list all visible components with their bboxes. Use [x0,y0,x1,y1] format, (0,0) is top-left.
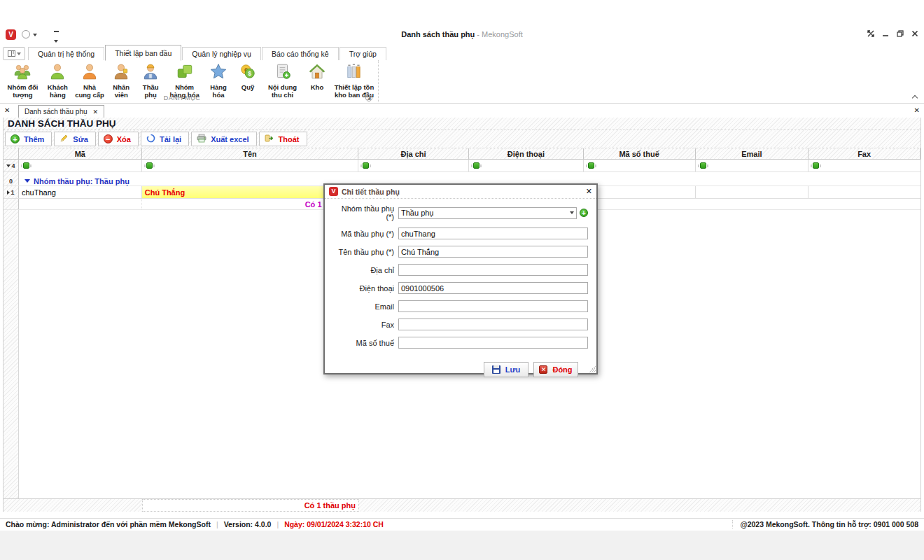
delete-button[interactable]: − Xóa [98,132,139,146]
printer-icon [197,134,206,144]
cell-email[interactable] [696,186,809,198]
group-dialog-launcher-icon[interactable]: ◢ [365,94,372,102]
save-icon [492,365,500,374]
ribbon-group-danh-muc: Nhóm đối tượng Khách hàng Nhà cung cấp [0,60,379,102]
close-tab-icon[interactable]: ✕ [93,108,99,115]
fax-input[interactable] [398,318,588,330]
collapse-group-icon[interactable] [24,179,30,183]
name-input[interactable] [398,246,588,258]
column-header-ma[interactable]: Mã [19,148,142,159]
cell-ma[interactable]: chuThang [19,186,142,198]
column-header-ma-so-thue[interactable]: Mã số thuế [584,148,696,159]
tab-label: Thiết lập ban đầu [115,49,172,57]
cell-ma-so-thue[interactable] [584,186,696,198]
ribbon-collapse-icon[interactable] [912,94,918,100]
dialog-title-bar[interactable]: V Chi tiết thầu phụ ✕ [325,185,596,199]
filter-cell-ten[interactable] [142,160,359,172]
field-ten-thau-phu: Tên thầu phụ (*) [332,246,588,258]
column-header-ten[interactable]: Tên [142,148,359,159]
dialog-logo-icon: V [329,187,338,196]
group-row-indicator: 0 [4,176,19,186]
cell-fax[interactable] [808,186,920,198]
filter-cell-email[interactable] [696,160,809,172]
close-icon: ✕ [539,365,547,374]
filter-cell-ma[interactable] [19,160,142,172]
dialog-close-icon[interactable]: ✕ [586,187,592,196]
ribbon-item-kho[interactable]: Kho [302,62,332,92]
filter-cell-fax[interactable] [808,160,920,172]
restore-button[interactable] [897,30,904,37]
tab-label: Quản lý nghiệp vụ [192,50,251,58]
add-group-icon[interactable]: + [580,209,588,217]
funnel-icon [6,164,10,167]
filter-icon[interactable] [588,162,594,169]
page-title-text: DANH SÁCH THẦU PHỤ [8,118,116,129]
doc-tab-danh-sach-thau-phu[interactable]: Danh sách thầu phụ ✕ [18,105,104,118]
group-combo[interactable]: Thầu phụ [398,207,577,219]
filter-cell-dien-thoai[interactable] [469,160,584,172]
column-label: Tên [243,150,257,158]
footer-summary: Có 1 thầu phụ [142,499,359,512]
grid-footer: Có 1 thầu phụ [4,498,920,512]
reload-button[interactable]: Tải lại [141,132,189,146]
grid-filter-row: 4 [4,160,920,172]
supplier-icon [80,62,99,83]
column-header-dien-thoai[interactable]: Điện thoại [469,148,584,159]
employee-icon [112,62,130,83]
edit-button[interactable]: Sửa [54,132,95,146]
filter-icon[interactable] [473,162,479,169]
tab-tro-giup[interactable]: Trợ giúp [340,47,386,61]
filter-icon[interactable] [146,162,153,169]
column-header-dia-chi[interactable]: Địa chỉ [358,148,469,159]
tab-label: Báo cáo thống kê [272,50,329,58]
export-excel-button[interactable]: Xuất excel [191,132,256,146]
field-email: Email [332,300,588,312]
column-header-fax[interactable]: Fax [808,148,920,159]
field-label: Nhóm thầu phụ (*) [332,204,398,221]
filter-icon[interactable] [23,162,29,169]
minimize-button[interactable] [882,30,889,37]
status-support-info: @2023 MekongSoft. Thông tin hỗ trợ: 0901… [732,520,918,528]
exit-icon [265,134,274,144]
ribbon-item-label: Kho [311,84,323,92]
ribbon-group-label: DANH MỤC [0,94,364,102]
ribbon-tab-strip: Quản trị hệ thống Thiết lập ban đầu Quản… [0,45,924,61]
dialog-close-button[interactable]: ✕ Đóng [533,362,578,377]
code-input[interactable] [398,227,588,239]
title-bar: V Danh sách thầu phụ - MekongSoft [0,28,924,43]
filter-icon[interactable] [363,162,369,169]
exit-button[interactable]: Thoát [259,132,307,146]
reload-label: Tải lại [160,135,181,144]
ribbon-layout-button[interactable] [3,47,25,60]
tab-quan-ly-nghiep-vu[interactable]: Quản lý nghiệp vụ [182,47,261,61]
filter-icon[interactable] [813,162,819,169]
filter-cell-dia-chi[interactable] [358,160,469,172]
warehouse-icon [308,62,326,83]
filter-cell-ma-so-thue[interactable] [584,160,696,172]
tab-quan-tri-he-thong[interactable]: Quản trị hệ thống [28,47,104,61]
window-style-button[interactable] [867,30,874,37]
filter-icon[interactable] [700,162,706,169]
worker-icon [141,62,160,83]
column-header-email[interactable]: Email [696,148,809,159]
close-button[interactable] [911,30,918,37]
close-document-icon[interactable]: ✕ [914,106,920,114]
close-all-tabs-icon[interactable]: ✕ [4,106,10,114]
field-fax: Fax [332,318,588,330]
add-button[interactable]: + Thêm [5,132,52,146]
ribbon-item-label: Quỹ [241,84,254,92]
detail-dialog: V Chi tiết thầu phụ ✕ Nhóm thầu phụ (*) … [323,183,598,374]
tax-code-input[interactable] [398,337,588,349]
address-input[interactable] [398,264,588,276]
ribbon-item-quy[interactable]: €$ Quỹ [233,62,262,92]
resize-grip[interactable] [589,365,596,372]
phone-input[interactable] [398,282,588,294]
svg-text:$: $ [248,70,251,77]
chevron-down-icon[interactable] [570,211,574,214]
status-version: Version: 4.0.0 [224,520,272,528]
tab-bao-cao-thong-ke[interactable]: Báo cáo thống kê [262,47,339,61]
save-button[interactable]: Lưu [484,362,528,377]
email-input[interactable] [398,300,588,312]
window-title-suffix: - MekongSoft [475,30,522,38]
tab-thiet-lap-ban-dau[interactable]: Thiết lập ban đầu [105,45,181,61]
